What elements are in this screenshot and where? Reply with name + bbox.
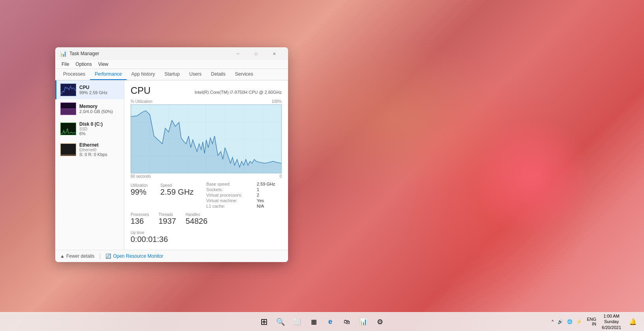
speed-value: 2.59 GHz <box>160 188 193 197</box>
systray-icon2[interactable]: 🌐 <box>565 318 574 325</box>
base-speed-row: Base speed: 2.59 GHz <box>206 182 282 186</box>
menu-view[interactable]: View <box>95 60 112 69</box>
disk-sidebar-info: Disk 0 (C:) SSD 6% <box>79 121 120 136</box>
edge-button[interactable]: e <box>322 314 338 330</box>
stats-row2: Processes 136 Threads 1937 Handles 54826 <box>131 211 282 227</box>
chevron-up-icon: ▲ <box>60 253 65 259</box>
l1cache-key: L1 cache: <box>206 204 254 208</box>
window-body: CPU 99% 2.59 GHz Memory 2.0/4.0 GB (50%) <box>55 80 288 250</box>
ethernet-sidebar-name: Ethernet <box>79 142 120 148</box>
speed-stat: Speed 2.59 GHz <box>160 182 193 209</box>
tab-services[interactable]: Services <box>230 69 258 80</box>
menu-file[interactable]: File <box>58 60 72 69</box>
fewer-details-button[interactable]: ▲ Fewer details <box>60 253 94 259</box>
disk-sidebar-sub: SSD <box>79 127 120 131</box>
graph-y-labels: % Utilization 100% <box>131 99 282 104</box>
lang-in: IN <box>592 322 596 326</box>
cpu-graph <box>131 104 282 173</box>
utilization-stat: Utilization 99% <box>131 182 148 209</box>
settings-taskbar-button[interactable]: ⚙ <box>372 314 388 330</box>
close-button[interactable]: ✕ <box>265 47 283 60</box>
info-table: Base speed: 2.59 GHz Sockets: 1 Virtual … <box>206 182 282 209</box>
search-taskbar-button[interactable]: 🔍 <box>273 314 288 330</box>
tab-performance[interactable]: Performance <box>90 69 127 80</box>
handles-stat: Handles 54826 <box>185 211 208 227</box>
store-button[interactable]: 🛍 <box>339 314 355 330</box>
processes-value: 136 <box>131 217 149 226</box>
sidebar: CPU 99% 2.59 GHz Memory 2.0/4.0 GB (50%) <box>55 80 124 250</box>
taskbar-center: ⊞ 🔍 ⬜ ▦ e 🛍 📊 ⚙ <box>256 314 388 330</box>
vmachine-key: Virtual machine: <box>206 198 254 203</box>
menu-bar: File Options View <box>55 60 288 69</box>
systray-icon3[interactable]: ⚡ <box>575 318 584 325</box>
tab-details[interactable]: Details <box>206 69 230 80</box>
uptime-label: Up time <box>131 231 282 235</box>
processes-label: Processes <box>131 212 149 217</box>
stats-row1: Utilization 99% Speed 2.59 GHz Base spee… <box>131 182 282 209</box>
language-indicator[interactable]: ENG IN <box>585 317 598 326</box>
clock[interactable]: 1:00 AM Sunday 6/20/2021 <box>599 312 623 331</box>
sidebar-item-cpu[interactable]: CPU 99% 2.59 GHz <box>55 80 124 99</box>
lang-eng: ENG <box>587 317 596 322</box>
processes-stat: Processes 136 <box>131 211 149 227</box>
taskmanager-taskbar-button[interactable]: 📊 <box>356 314 371 330</box>
resource-monitor-icon: 🔄 <box>105 253 111 259</box>
graph-time-left: 60 seconds <box>131 174 151 179</box>
handles-value: 54826 <box>185 217 208 226</box>
systray-icon1[interactable]: 🔊 <box>556 318 565 325</box>
cpu-panel-title: CPU <box>131 85 151 96</box>
cpu-panel: CPU Intel(R) Core(TM) i7-9750H CPU @ 2.6… <box>124 80 288 250</box>
l1cache-row: L1 cache: N/A <box>206 204 282 208</box>
memory-sidebar-value: 2.0/4.0 GB (50%) <box>79 109 120 114</box>
cpu-panel-subtitle: Intel(R) Core(TM) i7-9750H CPU @ 2.60GHz <box>195 90 282 95</box>
threads-value: 1937 <box>159 217 176 226</box>
graph-y-top-label: 100% <box>271 99 282 104</box>
memory-mini-graph <box>60 102 76 115</box>
speed-label: Speed <box>160 183 193 188</box>
start-button[interactable]: ⊞ <box>256 314 272 330</box>
sockets-key: Sockets: <box>206 187 254 192</box>
tab-app-history[interactable]: App history <box>127 69 160 80</box>
utilization-value: 99% <box>131 188 148 197</box>
menu-options[interactable]: Options <box>72 60 95 69</box>
taskbar: ⊞ 🔍 ⬜ ▦ e 🛍 📊 ⚙ ^ 🔊 🌐 ⚡ ENG IN 1:00 AM S… <box>0 312 644 331</box>
cpu-panel-header: CPU Intel(R) Core(TM) i7-9750H CPU @ 2.6… <box>131 85 282 96</box>
task-view-button[interactable]: ⬜ <box>289 314 305 330</box>
tab-users[interactable]: Users <box>184 69 206 80</box>
uptime-value: 0:00:01:36 <box>131 235 282 244</box>
graph-y-bottom-label: % Utilization <box>131 99 152 104</box>
uptime-section: Up time 0:00:01:36 <box>131 231 282 244</box>
open-resource-monitor-label: Open Resource Monitor <box>113 253 163 259</box>
cpu-graph-container: % Utilization 100% <box>131 99 282 179</box>
open-resource-monitor-button[interactable]: 🔄 Open Resource Monitor <box>105 253 163 259</box>
cpu-sidebar-name: CPU <box>79 85 120 90</box>
maximize-button[interactable]: □ <box>247 47 265 60</box>
handles-label: Handles <box>185 212 208 217</box>
systray: ^ 🔊 🌐 ⚡ <box>550 318 584 325</box>
memory-sidebar-name: Memory <box>79 104 120 109</box>
base-speed-key: Base speed: <box>206 182 254 186</box>
vmachine-row: Virtual machine: Yes <box>206 198 282 203</box>
tab-processes[interactable]: Processes <box>58 69 90 80</box>
notification-button[interactable]: 🔔 <box>625 314 641 329</box>
minimize-button[interactable]: ─ <box>229 47 247 60</box>
clock-day: Sunday <box>604 319 619 324</box>
sockets-val: 1 <box>257 187 259 192</box>
vproc-val: 2 <box>257 193 259 197</box>
systray-chevron[interactable]: ^ <box>550 318 555 325</box>
widgets-button[interactable]: ▦ <box>306 314 322 330</box>
sidebar-item-disk[interactable]: Disk 0 (C:) SSD 6% <box>55 118 124 139</box>
ethernet-sidebar-value: S: 0 R: 0 Kbps <box>79 152 120 157</box>
cpu-sidebar-value: 99% 2.59 GHz <box>79 90 120 95</box>
vproc-row: Virtual processors: 2 <box>206 193 282 197</box>
graph-time-right: 0 <box>279 174 282 179</box>
sidebar-item-memory[interactable]: Memory 2.0/4.0 GB (50%) <box>55 99 124 118</box>
tab-startup[interactable]: Startup <box>160 69 185 80</box>
cpu-mini-graph <box>60 84 76 96</box>
window-title: Task Manager <box>69 51 229 56</box>
sidebar-item-ethernet[interactable]: Ethernet Ethernet0 S: 0 R: 0 Kbps <box>55 139 124 160</box>
ethernet-mini-graph <box>60 143 76 156</box>
vmachine-val: Yes <box>257 198 264 203</box>
disk-sidebar-value: 6% <box>79 131 120 136</box>
window-footer: ▲ Fewer details | 🔄 Open Resource Monito… <box>55 250 288 262</box>
